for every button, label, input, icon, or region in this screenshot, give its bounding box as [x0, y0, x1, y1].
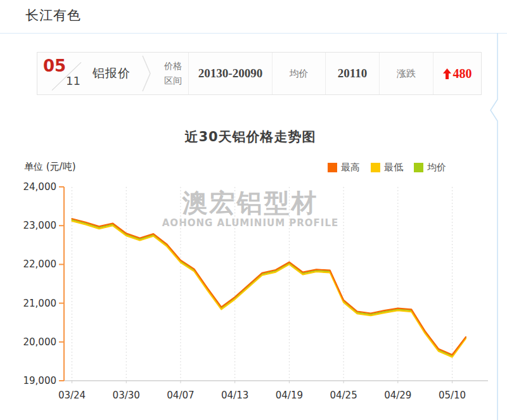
x-axis-label: 04/13 — [221, 390, 248, 401]
unit-label: 单位 (元/吨) — [24, 161, 76, 173]
quote-date: 05 11 — [37, 53, 87, 94]
y-axis-label: 24,000 — [23, 181, 57, 193]
y-axis-label: 19,000 — [23, 375, 57, 386]
y-axis-label: 21,000 — [23, 298, 57, 309]
x-axis-label: 04/07 — [167, 390, 194, 401]
average-price-label: 均价 — [272, 53, 325, 94]
x-axis-label: 03/24 — [58, 390, 86, 401]
y-axis-label: 20,000 — [23, 336, 57, 348]
line-low — [72, 221, 466, 357]
legend-label-avg: 均价 — [427, 162, 446, 174]
product-label: 铝报价 — [87, 53, 136, 94]
average-price-value: 20110 — [325, 53, 379, 94]
x-axis-label: 04/29 — [384, 390, 411, 401]
legend-label-low: 最低 — [384, 162, 403, 174]
y-axis-label: 23,000 — [23, 220, 57, 231]
chart-title: 近30天铝价格走势图 — [0, 128, 501, 146]
x-axis-label: 03/30 — [113, 390, 140, 401]
page-title: 长江有色 — [25, 6, 81, 24]
x-axis-label: 05/10 — [439, 390, 466, 401]
legend-item-low[interactable]: 最低 — [371, 162, 403, 174]
panel-top-border — [0, 33, 507, 34]
price-range-value: 20130-20090 — [188, 53, 272, 94]
x-axis-label: 04/25 — [330, 390, 357, 401]
price-trend-chart: 03/2403/3004/0704/1304/1904/2504/2905/10… — [19, 177, 501, 420]
legend: 最高最低均价 — [328, 162, 446, 174]
change-value: 480 — [433, 53, 481, 94]
aluminium-quote-bar[interactable]: 05 11 铝报价 价格 区间 20130-20090 均价 20110 涨跌 … — [37, 52, 482, 95]
change-amount: 480 — [453, 67, 472, 81]
legend-label-high: 最高 — [341, 162, 360, 174]
up-arrow-icon — [443, 68, 451, 79]
price-range-label: 价格 区间 — [158, 53, 188, 94]
chevron-right-icon — [136, 53, 158, 94]
change-label: 涨跌 — [379, 53, 433, 94]
legend-swatch-low — [371, 163, 380, 172]
legend-swatch-avg — [414, 163, 423, 172]
x-axis-label: 04/19 — [276, 390, 303, 401]
line-avg — [72, 220, 466, 356]
legend-item-avg[interactable]: 均价 — [414, 162, 446, 174]
legend-item-high[interactable]: 最高 — [328, 162, 360, 174]
legend-swatch-high — [328, 163, 337, 172]
quote-date-day: 11 — [66, 74, 80, 87]
y-axis-label: 22,000 — [23, 258, 57, 270]
line-high — [72, 219, 466, 355]
quote-date-month: 05 — [43, 56, 66, 75]
